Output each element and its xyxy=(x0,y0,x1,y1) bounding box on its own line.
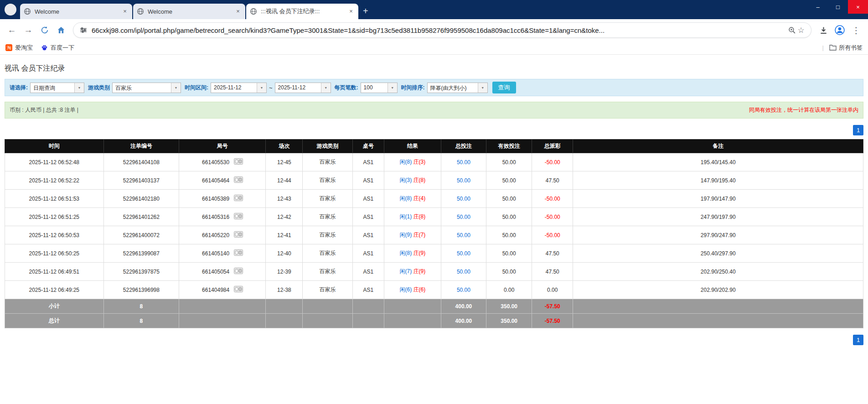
cell-total-bet[interactable]: 50.00 xyxy=(441,226,486,244)
header-payout: 总派彩 xyxy=(532,140,573,153)
replay-icon[interactable] xyxy=(234,268,243,275)
game-type-value: 百家乐 xyxy=(113,83,171,93)
search-button[interactable]: 查询 xyxy=(492,82,516,93)
cell-bet-id: 522961401262 xyxy=(103,208,179,226)
cell-total-bet[interactable]: 50.00 xyxy=(441,190,486,208)
replay-icon[interactable] xyxy=(234,176,243,184)
chevron-down-icon[interactable]: ▼ xyxy=(257,83,266,93)
date-to-input[interactable]: 2025-11-12 ▼ xyxy=(275,83,331,93)
bookmark-taobao[interactable]: 淘 爱淘宝 xyxy=(5,44,33,52)
subtotal-total-bet: 400.00 xyxy=(441,299,486,314)
query-type-select[interactable]: 日期查询 ▼ xyxy=(30,83,84,93)
replay-icon[interactable] xyxy=(234,231,243,239)
url-bar[interactable]: 66cxkj98.com/ipl/portal.php/game/betreco… xyxy=(73,22,811,38)
cell-total-bet[interactable]: 50.00 xyxy=(441,153,486,171)
reload-button[interactable] xyxy=(38,23,52,37)
forward-button[interactable]: → xyxy=(21,23,35,37)
game-type-select[interactable]: 百家乐 ▼ xyxy=(112,83,181,93)
browser-tab-2[interactable]: Welcome × xyxy=(133,4,245,19)
replay-icon[interactable] xyxy=(234,158,243,166)
cell-session: 12-38 xyxy=(266,281,303,299)
date-range-label: 时间区间: xyxy=(185,84,208,92)
cell-bet-id: 522961400072 xyxy=(103,226,179,244)
all-bookmarks[interactable]: | 所有书签 xyxy=(822,44,863,52)
table-row: 2025-11-12 06:50:25 522961399087 6614051… xyxy=(5,244,863,263)
header-result: 结果 xyxy=(384,140,441,153)
site-info-icon[interactable] xyxy=(79,26,88,35)
browser-tab-1[interactable]: Welcome × xyxy=(20,4,132,19)
globe-icon xyxy=(24,8,31,15)
header-session: 场次 xyxy=(266,140,303,153)
close-button[interactable]: × xyxy=(848,0,868,14)
total-payout: -57.50 xyxy=(532,314,573,328)
bookmark-label: 爱淘宝 xyxy=(15,44,33,52)
query-type-value: 日期查询 xyxy=(31,83,74,93)
chevron-down-icon[interactable]: ▼ xyxy=(171,83,181,93)
cell-total-bet[interactable]: 50.00 xyxy=(441,263,486,281)
cell-total-bet[interactable]: 50.00 xyxy=(441,171,486,190)
tab-strip: Welcome × Welcome × :::视讯 会员下注纪录::: × + … xyxy=(0,0,868,19)
minimize-button[interactable]: – xyxy=(808,0,828,14)
cell-result: 闲(6) 庄(6) xyxy=(384,281,441,299)
download-icon[interactable] xyxy=(816,23,830,37)
cell-note: 147.90/195.40 xyxy=(573,171,863,190)
cell-table: AS1 xyxy=(352,263,384,281)
chevron-down-icon[interactable]: ▼ xyxy=(321,83,331,93)
tab-title: Welcome xyxy=(148,8,234,15)
chevron-down-icon[interactable]: ▼ xyxy=(388,83,397,93)
result-banker: 庄(9) xyxy=(413,268,426,275)
browser-tab-3-active[interactable]: :::视讯 会员下注纪录::: × xyxy=(246,4,358,19)
cell-bet-id: 522961397875 xyxy=(103,263,179,281)
round-number: 661404984 xyxy=(202,287,229,293)
all-bookmarks-label: 所有书签 xyxy=(839,44,863,52)
date-from-input[interactable]: 2025-11-12 ▼ xyxy=(211,83,267,93)
subtotal-payout: -57.50 xyxy=(532,299,573,314)
cell-valid-bet: 50.00 xyxy=(486,190,532,208)
replay-icon[interactable] xyxy=(234,213,243,221)
cell-game: 百家乐 xyxy=(303,171,352,190)
replay-icon[interactable] xyxy=(234,249,243,257)
cell-total-bet[interactable]: 50.00 xyxy=(441,281,486,299)
chevron-down-icon[interactable]: ▼ xyxy=(478,83,487,93)
select-label: 请选择: xyxy=(10,84,28,92)
home-button[interactable] xyxy=(54,23,68,37)
sort-select[interactable]: 降幂(由大到小) ▼ xyxy=(427,83,488,93)
bookmark-baidu[interactable]: 百度一下 xyxy=(41,44,74,52)
maximize-button[interactable]: □ xyxy=(828,0,848,14)
cell-total-bet[interactable]: 50.00 xyxy=(441,244,486,263)
replay-icon[interactable] xyxy=(234,195,243,202)
url-text[interactable]: 66cxkj98.com/ipl/portal.php/game/betreco… xyxy=(92,26,784,34)
date-to-value: 2025-11-12 xyxy=(275,83,321,93)
profile-icon[interactable] xyxy=(833,23,847,37)
cell-note: 247.90/197.90 xyxy=(573,208,863,226)
tab-close-icon[interactable]: × xyxy=(234,8,242,15)
cell-game: 百家乐 xyxy=(303,263,352,281)
header-round: 局号 xyxy=(179,140,266,153)
result-banker: 庄(6) xyxy=(413,286,426,293)
replay-icon[interactable] xyxy=(234,286,243,294)
chevron-down-icon[interactable]: ▼ xyxy=(74,83,84,93)
page-size-select[interactable]: 100 ▼ xyxy=(361,83,398,93)
header-game: 游戏类别 xyxy=(303,140,352,153)
page-size-label: 每页笔数: xyxy=(335,84,358,92)
tab-close-icon[interactable]: × xyxy=(121,8,129,15)
page-number-button[interactable]: 1 xyxy=(853,125,863,135)
subtotal-label: 小计 xyxy=(5,299,104,314)
cell-result: 闲(1) 庄(8) xyxy=(384,208,441,226)
back-button[interactable]: ← xyxy=(5,23,19,37)
page-number-button[interactable]: 1 xyxy=(853,335,863,345)
zoom-icon[interactable] xyxy=(787,26,796,35)
cell-round: 661405054 xyxy=(179,263,266,281)
cell-time: 2025-11-12 06:51:53 xyxy=(5,190,104,208)
tab-close-icon[interactable]: × xyxy=(347,8,355,15)
bookmark-star-icon[interactable]: ☆ xyxy=(796,26,806,35)
page-title: 视讯 会员下注纪录 xyxy=(5,64,863,73)
cell-total-bet[interactable]: 50.00 xyxy=(441,208,486,226)
tab-search-button[interactable] xyxy=(5,4,16,16)
new-tab-button[interactable]: + xyxy=(363,6,368,16)
cell-session: 12-44 xyxy=(266,171,303,190)
menu-icon[interactable]: ⋮ xyxy=(849,23,863,37)
page-size-value: 100 xyxy=(361,83,388,93)
cell-table: AS1 xyxy=(352,226,384,244)
subtotal-row: 小计 8 400.00 350.00 -57.50 xyxy=(5,299,863,314)
